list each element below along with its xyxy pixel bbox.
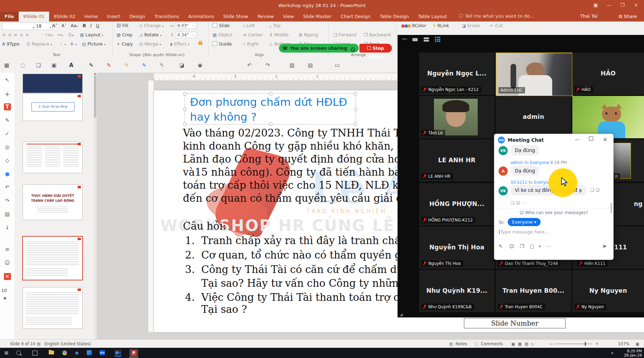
zalo-icon[interactable]: Zalo: [100, 350, 105, 355]
replace-button[interactable]: ⎘Replace ▾: [27, 41, 52, 47]
zoom-minimize-icon[interactable]: —: [402, 36, 407, 41]
participant-tile[interactable]: Như Quỳnh K19... Như Quỳnh K199C&B: [419, 270, 495, 312]
shrink-font-button[interactable]: A˅: [61, 23, 67, 28]
shape-height-field[interactable]: 4.34"⌃⌄: [176, 32, 197, 38]
check-tool-icon[interactable]: ✓: [0, 131, 14, 137]
chat-minimize-icon[interactable]: —: [575, 137, 579, 142]
tab-view[interactable]: View: [279, 12, 299, 22]
crop-button[interactable]: ▩Crop: [117, 32, 132, 37]
pen-red-icon[interactable]: ✎: [107, 62, 111, 68]
zoom-speaker-view-icon[interactable]: [412, 38, 418, 41]
participant-tile[interactable]: Tâm Lê: [419, 96, 495, 138]
zoom-slider[interactable]: [555, 344, 592, 344]
chat-message[interactable]: Dạ đúng: [511, 165, 539, 176]
font-name-combo[interactable]: ▾: [2, 23, 35, 30]
tab-animations[interactable]: Animations: [184, 12, 219, 22]
participant-tile[interactable]: HỒNG PHƯỢN... HỒNG PHƯỢNG-K212: [419, 183, 495, 225]
participant-tile[interactable]: HẢO HẢO: [572, 53, 644, 95]
zoom-percentage[interactable]: 107%: [618, 341, 630, 346]
stop-share-button[interactable]: Stop Share: [359, 44, 392, 53]
message-action-icons[interactable]: ❑☺⋯: [511, 200, 527, 205]
fit-slide-button[interactable]: ▣: [636, 341, 639, 346]
tab-table-design[interactable]: Table Design: [375, 12, 413, 22]
effects-dots-button[interactable]: ⁘ ▾: [59, 41, 66, 47]
attach-file-icon[interactable]: ❒: [520, 243, 524, 249]
tab-slideshow[interactable]: Slide Show: [219, 12, 253, 22]
merge-button[interactable]: ◎Merge ▾: [139, 41, 161, 47]
layout-button[interactable]: ▦Layout ▾: [80, 32, 103, 37]
text-effects-button[interactable]: Ⓐ▾: [68, 32, 74, 38]
grow-font-button[interactable]: A˄: [52, 23, 58, 28]
underline-button[interactable]: U: [96, 23, 99, 28]
align-right-button[interactable]: ⫟Right: [243, 41, 259, 47]
pen-blue-icon[interactable]: ✎: [142, 62, 147, 68]
zoom-strip-view-icon[interactable]: [424, 37, 429, 39]
language-status[interactable]: English (United States): [44, 341, 91, 346]
italic-button[interactable]: I: [90, 23, 91, 28]
fill-button[interactable]: 🖼︎Fill: [117, 23, 128, 28]
font-size-combo[interactable]: 18▾: [34, 23, 53, 30]
task-view-button[interactable]: [32, 351, 37, 356]
align-slide-checkbox[interactable]: Slide: [213, 23, 230, 28]
tab-9slide01[interactable]: 9Slide 01: [19, 12, 49, 22]
smartart-button[interactable]: ❖ ▾: [70, 41, 77, 47]
thumbnail-slide[interactable]: [23, 74, 83, 93]
lasso-select-icon[interactable]: ◌: [20, 62, 25, 68]
erase-button[interactable]: ◪Erase: [462, 23, 480, 28]
participant-tile[interactable]: admin: [496, 96, 571, 138]
thumbnail-slide[interactable]: 2. Quan hệ lao động: [23, 93, 83, 121]
redo-icon[interactable]: ↷: [266, 62, 270, 68]
zoom-app-icon[interactable]: [114, 350, 121, 357]
chat-maximize-icon[interactable]: [589, 136, 593, 141]
panel-icon[interactable]: ▣: [52, 62, 56, 68]
who-can-see-row[interactable]: ☺ Who can see your messages?: [494, 210, 613, 215]
zoom-out-button[interactable]: —: [549, 341, 554, 346]
edge-icon[interactable]: e: [73, 349, 81, 357]
copy-page-icon[interactable]: ❏: [36, 62, 41, 68]
participant-tile[interactable]: Tran Huyen B00... Tran Huyen B004C: [496, 270, 571, 312]
menu-icon[interactable]: ≡: [0, 246, 14, 253]
taskbar-clock[interactable]: 8:20 PM 28-Jan-24: [624, 349, 642, 357]
9typo-button[interactable]: A9Typo: [2, 41, 19, 47]
copy-button[interactable]: ✦Copy: [117, 41, 133, 47]
chevron-down-icon[interactable]: ▾: [539, 244, 541, 249]
title-textbox-selection[interactable]: Đơn phương chấm dứt HĐLĐ hay không ?: [185, 93, 356, 125]
pen-black-icon[interactable]: ✎: [89, 62, 94, 68]
align-left-button[interactable]: ⫞Left: [243, 23, 255, 29]
close-button[interactable]: ×: [630, 2, 642, 8]
diamond-tool-icon[interactable]: ◇: [0, 157, 14, 164]
tab-design[interactable]: Design: [125, 12, 150, 22]
stamp-icon[interactable]: ◉: [198, 62, 202, 68]
text-tool-icon[interactable]: T: [0, 103, 14, 110]
zoom-in-button[interactable]: +: [595, 341, 599, 346]
account-name[interactable]: Thai Tai: [580, 13, 597, 19]
restore-button[interactable]: ❐: [616, 2, 628, 8]
undo-tool-icon[interactable]: ↶: [0, 184, 14, 190]
pen-grey-icon[interactable]: ✎: [160, 62, 164, 68]
ribbon-display-options-icon[interactable]: ▣: [590, 2, 602, 8]
participant-tile-active-speaker[interactable]: Admin LHC: [496, 53, 573, 96]
tab-table-layout[interactable]: Table Layout: [413, 12, 452, 22]
redo-tool-icon[interactable]: ↷: [0, 198, 14, 204]
participant-tile[interactable]: LE ANH HR LE ANH HR: [419, 139, 495, 182]
thumbnail-slide-current[interactable]: [22, 236, 83, 280]
format-icon[interactable]: ✎: [499, 243, 503, 249]
align-buttons[interactable]: ≡≡≡≡≡: [2, 32, 31, 37]
blue-app-icon[interactable]: [87, 350, 92, 355]
align-guide-checkbox[interactable]: Guide: [213, 41, 232, 47]
bullets-button[interactable]: •≡▾: [45, 32, 53, 37]
text-style-icon[interactable]: A: [69, 62, 73, 68]
participant-tile-cat-avatar[interactable]: [572, 96, 644, 138]
tab-9slide02[interactable]: 9Slide 02: [49, 12, 80, 22]
chrome-icon[interactable]: [62, 350, 67, 355]
align-object-checkbox[interactable]: ▦Object: [213, 32, 233, 37]
9color-button[interactable]: ●●●9Color: [401, 23, 426, 28]
tab-slide-master[interactable]: Slide Master: [298, 12, 336, 22]
cut-button[interactable]: ✂Cut: [490, 23, 503, 28]
start-button[interactable]: ⊞: [2, 349, 11, 357]
thumbnail-slide[interactable]: THỰC HÀNH GIẢI QUYẾT TRANH CHẤP LAO ĐỘNG: [23, 184, 83, 220]
trash-icon[interactable]: ▤: [0, 211, 14, 217]
zoom-gallery-view-icon[interactable]: [435, 37, 441, 42]
tray-chevron-icon[interactable]: ∧: [611, 351, 614, 355]
add-icon[interactable]: +: [0, 90, 14, 98]
